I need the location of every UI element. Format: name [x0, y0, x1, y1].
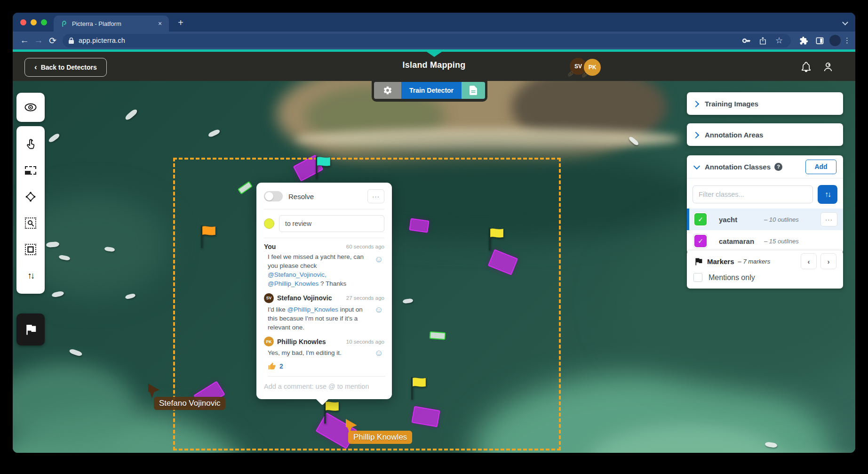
- popup-more-button[interactable]: ···: [367, 189, 384, 203]
- class-row-catamaran[interactable]: ✓ catamaran – 15 outlines: [687, 230, 843, 252]
- view-eye-tool[interactable]: [20, 94, 41, 121]
- close-tab-icon[interactable]: ×: [156, 19, 164, 28]
- extensions-puzzle-icon[interactable]: [796, 33, 811, 48]
- box-select-tool[interactable]: [20, 157, 41, 184]
- password-key-icon[interactable]: [740, 34, 752, 47]
- annotation-areas-header[interactable]: Annotation Areas: [687, 123, 843, 146]
- comment: PK Phillip Knowles 10 seconds ago Yes, m…: [264, 337, 384, 357]
- lock-icon: [68, 37, 74, 44]
- training-images-card: Training Images: [687, 92, 843, 115]
- collaborator-label-stefano: Stefano Vojinovic: [154, 397, 225, 410]
- avatar-pk[interactable]: PK ✎: [584, 59, 601, 76]
- reaction-row[interactable]: 2: [268, 362, 385, 377]
- back-icon[interactable]: ←: [17, 33, 32, 48]
- class-more-button[interactable]: ···: [820, 212, 837, 226]
- marker-flag[interactable]: [314, 155, 333, 180]
- annotation-classes-header[interactable]: Annotation Classes ? Add: [687, 155, 843, 178]
- thumbs-up-icon: [268, 362, 276, 370]
- map-canvas[interactable]: Stefano Vojinovic Phillip Knowles Train …: [13, 81, 855, 453]
- status-select[interactable]: to review: [279, 215, 384, 232]
- polygon-edit-tool[interactable]: [20, 184, 41, 210]
- marker-flag[interactable]: [199, 225, 218, 249]
- new-tab-button[interactable]: +: [175, 16, 187, 29]
- detector-settings-button[interactable]: [374, 82, 401, 99]
- training-images-title: Training Images: [705, 100, 758, 108]
- comment-time: 10 seconds ago: [346, 339, 384, 345]
- chevron-right-icon: [693, 132, 699, 137]
- boat: [69, 348, 83, 357]
- annotation-areas-card: Annotation Areas: [687, 123, 843, 146]
- filter-classes-input[interactable]: [693, 185, 813, 203]
- comment-author: Stefano Vojinovic: [277, 294, 332, 302]
- tools-card: ↑↓: [16, 126, 45, 294]
- forward-icon[interactable]: →: [32, 33, 46, 48]
- close-window-button[interactable]: [20, 19, 26, 25]
- reload-icon[interactable]: ⟳: [46, 33, 60, 48]
- resolve-toggle[interactable]: [264, 191, 283, 201]
- browser-profile-avatar[interactable]: [829, 35, 841, 46]
- notifications-bell-icon[interactable]: [799, 60, 813, 74]
- minimize-window-button[interactable]: [31, 19, 37, 25]
- browser-tab[interactable]: Picterra - Platform ×: [54, 16, 169, 32]
- markers-count: – 7 markers: [738, 258, 771, 265]
- comment-avatar: PK: [264, 337, 274, 346]
- tab-search-icon[interactable]: [843, 19, 848, 24]
- emoji-reaction-icon[interactable]: ☺: [374, 305, 383, 315]
- select-pointer-tool[interactable]: [20, 131, 41, 157]
- browser-window: Picterra - Platform × + ← → ⟳ app.picter…: [13, 13, 855, 453]
- account-icon[interactable]: [821, 60, 835, 74]
- marker-flag[interactable]: [322, 400, 341, 425]
- detection-area-tool[interactable]: [20, 236, 41, 263]
- annotation-classes-title: Annotation Classes: [705, 163, 771, 171]
- markers-card: Markers – 7 markers ‹ › Mentions only: [687, 250, 843, 289]
- class-name: catamaran: [719, 237, 764, 245]
- status-color-dot[interactable]: [264, 218, 274, 229]
- browser-tabstrip: Picterra - Platform × +: [13, 13, 855, 32]
- boat: [125, 293, 136, 299]
- marker-flag[interactable]: [409, 376, 428, 401]
- chevron-right-icon: [693, 101, 699, 106]
- previous-marker-button[interactable]: ‹: [801, 253, 817, 269]
- emoji-reaction-icon[interactable]: ☺: [374, 254, 383, 265]
- markers-title: Markers: [707, 257, 734, 265]
- help-icon[interactable]: ?: [774, 163, 782, 171]
- training-images-header[interactable]: Training Images: [687, 92, 843, 115]
- comment-author: You: [264, 243, 276, 250]
- swap-order-tool[interactable]: ↑↓: [20, 263, 41, 289]
- class-visibility-checkbox[interactable]: ✓: [694, 213, 707, 225]
- class-outline-count: – 15 outlines: [764, 238, 799, 245]
- collaborator-avatars: SV ✎ PK ✎: [563, 57, 605, 79]
- next-marker-button[interactable]: ›: [820, 253, 836, 269]
- class-row-yacht[interactable]: ✓ yacht – 10 outlines ···: [687, 209, 843, 230]
- class-visibility-checkbox[interactable]: ✓: [694, 235, 707, 247]
- boat: [51, 290, 64, 297]
- back-chevron-icon: ‹: [34, 63, 37, 72]
- emoji-reaction-icon[interactable]: ☺: [374, 348, 383, 358]
- marker-flag[interactable]: [487, 227, 506, 251]
- marker-flag-tool-active[interactable]: [16, 313, 45, 345]
- add-class-button[interactable]: Add: [805, 160, 836, 174]
- maximize-window-button[interactable]: [41, 19, 47, 25]
- train-detector-button[interactable]: Train Detector: [401, 82, 462, 99]
- comment-author: Phillip Knowles: [277, 338, 326, 345]
- editing-pencil-icon: ✎: [568, 71, 573, 78]
- bookmark-star-icon[interactable]: ☆: [773, 34, 785, 47]
- side-panel-icon[interactable]: [812, 33, 827, 48]
- editing-pencil-icon: ✎: [582, 72, 587, 79]
- reaction-count: 2: [279, 362, 283, 370]
- class-name: yacht: [719, 216, 764, 224]
- browser-menu-icon[interactable]: ⋮: [844, 36, 851, 45]
- add-comment-input[interactable]: Add a comment: use @ to mention: [264, 377, 384, 390]
- boat: [207, 129, 221, 138]
- share-icon[interactable]: [757, 34, 769, 47]
- mentions-only-label: Mentions only: [709, 273, 755, 282]
- address-bar[interactable]: app.picterra.ch ☆: [63, 34, 791, 48]
- boat: [124, 108, 138, 121]
- mentions-only-checkbox[interactable]: [693, 273, 702, 282]
- class-outline-count: – 10 outlines: [764, 216, 799, 223]
- detector-report-button[interactable]: [462, 82, 485, 99]
- back-to-detectors-button[interactable]: ‹ Back to Detectors: [24, 58, 107, 77]
- comment-avatar: SV: [264, 293, 274, 303]
- sort-alphabetical-button[interactable]: ↑↓: [818, 185, 837, 204]
- zoom-area-tool[interactable]: [20, 210, 41, 236]
